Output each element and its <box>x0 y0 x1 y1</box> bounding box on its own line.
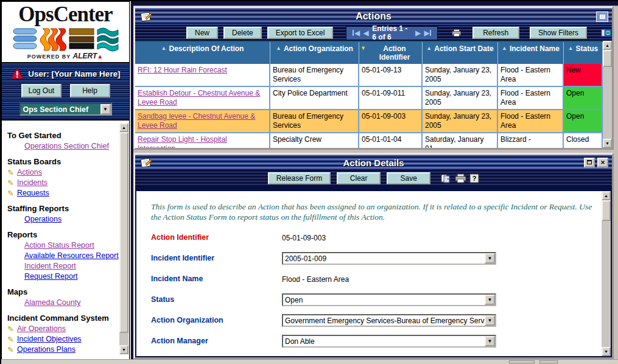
pencil-icon: ✎ <box>7 188 15 198</box>
alert-triangle-icon: ▲ <box>97 53 104 60</box>
details-panel-title: Action Details <box>135 158 612 168</box>
alert-warning-icon <box>10 68 24 80</box>
sidebar-item-incident-report[interactable]: Incident Report <box>7 261 119 271</box>
table-scroll-thumb[interactable] <box>603 50 612 67</box>
details-form: This form is used to describe an Action … <box>136 191 602 356</box>
sidebar-link[interactable]: Operations <box>24 214 61 225</box>
sidebar-scroll-thumb[interactable] <box>119 132 128 333</box>
sidebar-link[interactable]: Available Resources Report <box>24 251 119 261</box>
sidebar-link[interactable]: Actions <box>17 167 42 178</box>
new-button[interactable]: New <box>186 27 218 39</box>
field-label: Incident Name <box>151 273 282 283</box>
sidebar-item-operations-plans[interactable]: ✎Operations Plans <box>7 345 119 355</box>
sidebar-item-operations-section-chief[interactable]: Operations Section Chief <box>7 141 119 152</box>
action-description-link[interactable]: Repair Stop Light - Hospital Intersectio… <box>138 135 227 148</box>
sidebar-link[interactable]: Requests <box>17 188 49 198</box>
sidebar-item-air-operations[interactable]: ✎Air Operations <box>7 324 119 334</box>
first-page-icon[interactable]: ◀ <box>353 30 359 36</box>
scroll-up-icon[interactable]: ▲ <box>603 41 612 50</box>
chevron-down-icon[interactable]: ▼ <box>485 336 495 346</box>
field-label: Action Manager <box>151 335 282 345</box>
help-icon[interactable]: ? <box>469 173 479 183</box>
clear-button[interactable]: Clear <box>337 172 381 184</box>
scroll-down-icon[interactable]: ▼ <box>603 139 612 148</box>
maximize-icon[interactable] <box>596 12 608 22</box>
sidebar-link[interactable]: Incidents <box>17 178 47 188</box>
powered-by-text: POWERED BY <box>27 54 71 60</box>
cell-incident-name: Flood - Eastern Area <box>498 110 564 133</box>
help-button[interactable]: Help <box>70 84 110 97</box>
column-header-description-of-action[interactable]: ▲Description Of Action <box>135 42 270 64</box>
sidebar-item-incident-objectives[interactable]: ✎Incident Objectives <box>7 334 119 345</box>
close-icon[interactable]: ✕ <box>597 158 608 167</box>
column-header-action-identifier[interactable]: ▼Action Identifier <box>359 42 423 64</box>
sidebar-link[interactable]: Request Report <box>24 271 78 282</box>
field-select[interactable]: Don Able▼ <box>282 335 496 348</box>
cell-incident-name: Blizzard - <box>498 133 564 148</box>
action-description-link[interactable]: Sandbag levee - Chestnut Avenue & Levee … <box>138 112 255 130</box>
role-select[interactable]: Ops Section Chief ▼ <box>19 103 112 116</box>
sidebar-item-action-status-report[interactable]: Action Status Report <box>7 240 119 251</box>
sort-asc-icon: ▲ <box>426 44 432 52</box>
sidebar-item-actions[interactable]: ✎Actions <box>7 167 119 178</box>
next-page-icon[interactable]: ▶ <box>415 30 420 36</box>
details-scrollbar[interactable]: ▲ ▼ <box>602 191 611 356</box>
chevron-down-icon[interactable]: ▼ <box>485 295 495 305</box>
field-label: Action Organization <box>151 314 282 324</box>
cell-description: RFI: 12 Hour Rain Forecast <box>135 64 270 87</box>
action-description-link[interactable]: Establish Detour - Chestnut Avenue & Lev… <box>138 89 260 107</box>
sidebar-item-incidents[interactable]: ✎Incidents <box>7 178 119 188</box>
chevron-down-icon[interactable]: ▼ <box>485 253 495 264</box>
sidebar-item-operations[interactable]: Operations <box>7 214 119 225</box>
cell-identifier: 05-01-09-003 <box>359 110 423 133</box>
last-page-icon[interactable]: ▶ <box>424 30 431 36</box>
sidebar-link[interactable]: Operations Plans <box>17 345 75 355</box>
sidebar-link[interactable]: Action Status Report <box>24 240 94 251</box>
route-form-icon[interactable] <box>440 173 452 183</box>
sidebar-link[interactable]: Air Operations <box>17 324 66 334</box>
actions-table: ▲Description Of Action▲Action Organizati… <box>135 41 603 148</box>
maximize-icon[interactable] <box>584 158 595 167</box>
entries-label: Entries 1 - 6 of 6 <box>372 24 412 41</box>
sidebar-link[interactable]: Operations Section Chief <box>24 141 109 152</box>
action-description-link[interactable]: RFI: 12 Hour Rain Forecast <box>138 66 227 74</box>
scroll-down-icon[interactable]: ▼ <box>119 345 128 354</box>
scroll-down-icon[interactable]: ▼ <box>602 347 611 356</box>
scroll-up-icon[interactable]: ▲ <box>119 123 128 132</box>
column-header-label: Action Identifier <box>368 44 421 61</box>
sidebar-item-available-resources-report[interactable]: Available Resources Report <box>7 251 119 261</box>
export-to-excel-button[interactable]: Export to Excel <box>267 27 334 39</box>
release-form-button[interactable]: Release Form <box>268 172 331 184</box>
sidebar-link[interactable]: Incident Report <box>24 261 76 271</box>
globe-icon[interactable] <box>601 27 612 38</box>
column-header-incident-name[interactable]: ▲Incident Name <box>498 42 564 64</box>
logout-button[interactable]: Log Out <box>21 84 61 97</box>
field-select[interactable]: Government Emergency Services-Bureau of … <box>282 314 496 327</box>
sidebar-link[interactable]: Alameda County <box>24 298 80 308</box>
scroll-up-icon[interactable]: ▲ <box>602 191 611 200</box>
field-incident-name: Incident NameFlood - Eastern Area <box>151 273 595 285</box>
field-select[interactable]: 2005-01-009▼ <box>282 252 496 265</box>
sidebar-scrollbar[interactable]: ▲ ▼ <box>119 123 128 354</box>
save-button[interactable]: Save <box>387 172 430 184</box>
sidebar-link[interactable]: Incident Objectives <box>17 334 82 345</box>
chevron-down-icon[interactable]: ▼ <box>100 104 111 114</box>
pencil-icon: ✎ <box>7 324 15 334</box>
sidebar-item-request-report[interactable]: Request Report <box>7 271 119 282</box>
chevron-down-icon[interactable]: ▼ <box>485 315 495 326</box>
column-header-action-start-date[interactable]: ▲Action Start Date <box>423 42 498 64</box>
printer-icon[interactable] <box>452 28 462 38</box>
field-action-identifier: Action Identifier05-01-09-003 <box>151 231 595 244</box>
column-header-action-organization[interactable]: ▲Action Organization <box>270 42 359 64</box>
actions-table-scrollbar[interactable]: ▲ ▼ <box>603 41 612 148</box>
sidebar-item-alameda-county[interactable]: Alameda County <box>7 298 119 308</box>
refresh-button[interactable]: Refresh <box>472 27 519 39</box>
column-header-status[interactable]: ▲Status <box>564 42 603 64</box>
show-filters-button[interactable]: Show Filters <box>530 27 587 39</box>
printer-icon[interactable] <box>455 173 467 183</box>
prev-page-icon[interactable]: ◀ <box>363 30 368 36</box>
delete-button[interactable]: Delete <box>223 27 262 39</box>
sidebar-item-requests[interactable]: ✎Requests <box>7 188 119 198</box>
field-select[interactable]: Open▼ <box>282 293 496 306</box>
details-scroll-thumb[interactable] <box>602 200 611 221</box>
